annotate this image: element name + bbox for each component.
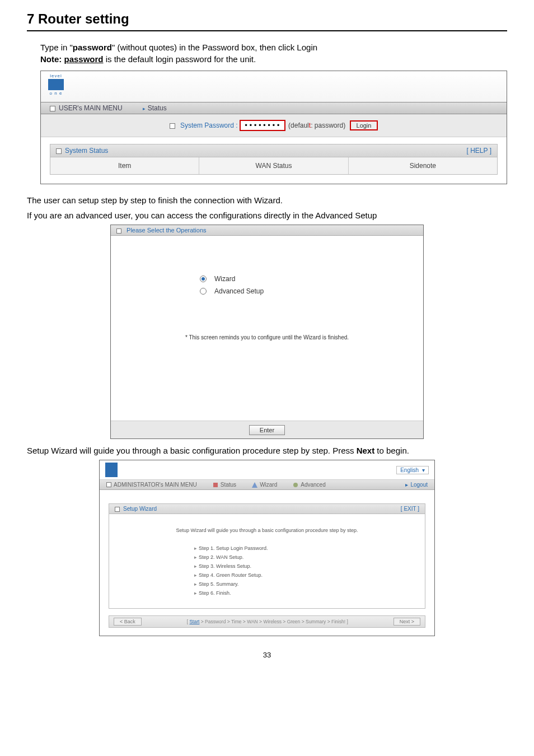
menu-wizard[interactable]: Wizard [252,482,277,488]
logo-block-icon [48,79,64,90]
caret-right-icon: ▸ [194,545,197,551]
logo-header: level o n e [41,71,507,102]
radio-advanced-label: Advanced Setup [214,287,264,295]
step-item: ▸Step 1. Setup Login Password. [194,545,340,551]
back-button[interactable]: < Back [114,618,142,626]
square-bullet-icon [106,482,111,487]
advanced-icon [293,482,298,488]
breadcrumb: [ Start > Password > Time > WAN > Wirele… [187,619,348,624]
col-sidenote: Sidenote [349,157,497,174]
page-heading: 7 Router setting [27,11,507,27]
heading-rule [27,30,507,31]
logo-text-top: level [50,73,62,78]
square-bullet-icon [115,507,120,512]
setup-wizard-panel: Setup Wizard [ EXIT ] Setup Wizard will … [109,503,425,609]
menu-logout[interactable]: ▸ Logout [405,482,428,488]
intro-block: Type in "password" (without quotes) in t… [40,41,507,65]
square-bullet-icon [56,148,62,154]
next-word: Next [357,446,375,455]
system-status-panel: System Status [ HELP ] Item WAN Status S… [50,144,498,175]
login-button[interactable]: Login [350,120,378,130]
status-header-row: Item WAN Status Sidenote [50,157,497,174]
password-input[interactable]: •••••••• [240,120,285,131]
menu-user-main[interactable]: USER's MAIN MENU [50,104,123,112]
exit-link[interactable]: [ EXIT ] [401,506,419,512]
radio-wizard[interactable] [200,276,207,282]
logo-text-bottom: o n e [50,91,63,96]
wizard-reminder-note: * This screen reminds you to configure u… [111,334,423,340]
body-text: Setup Wizard will guide you through a ba… [27,445,507,456]
intro-text: is the default login password for the un… [104,54,256,64]
status-icon [213,482,218,488]
svg-marker-1 [252,482,257,488]
operation-radio-group: Wizard Advanced Setup [200,275,334,295]
menu-admin-main[interactable]: ADMINISTRATOR's MAIN MENU [106,482,197,488]
body-text: The user can setup step by step to finis… [27,194,507,206]
col-item: Item [50,157,199,174]
caret-right-icon: ▸ [194,563,197,569]
brand-logo: level o n e [46,73,65,96]
caret-right-icon: ▸ [405,482,408,488]
intro-text: " (without quotes) in the Password box, … [112,43,317,52]
intro-text: Type in " [40,43,73,52]
breadcrumb-start[interactable]: Start [189,619,199,624]
screenshot-setup-wizard: English ▾ ADMINISTRATOR's MAIN MENU Stat… [99,460,435,636]
menu-status[interactable]: Status [213,482,236,488]
radio-wizard-label: Wizard [214,275,235,283]
intro-password-word: password [73,43,112,52]
next-button[interactable]: Next > [394,618,420,626]
body-text: If you are an advanced user, you can acc… [27,209,507,221]
caret-right-icon: ▸ [143,106,146,111]
screenshot-select-operations: Please Select the Operations Wizard Adva… [110,225,424,439]
menu-advanced[interactable]: Advanced [293,482,325,488]
help-link[interactable]: [ HELP ] [467,147,491,155]
step-item: ▸Step 4. Green Router Setup. [194,572,340,578]
step-item: ▸Step 2. WAN Setup. [194,554,340,560]
setup-wizard-title: Setup Wizard [123,506,157,512]
caret-right-icon: ▸ [194,581,197,587]
radio-advanced-setup[interactable] [200,288,207,295]
square-bullet-icon [116,228,121,234]
menu-status[interactable]: ▸Status [143,104,167,112]
step-item: ▸Step 6. Finish. [194,590,340,596]
step-item: ▸Step 5. Summary. [194,581,340,587]
wizard-intro-text: Setup Wizard will guide you through a ba… [109,528,425,533]
top-bar: English ▾ [100,460,434,480]
wizard-footer: < Back [ Start > Password > Time > WAN >… [109,615,425,628]
caret-right-icon: ▸ [194,590,197,596]
chevron-down-icon: ▾ [422,467,425,473]
svg-point-2 [293,483,298,487]
system-password-label: System Password : [180,122,238,129]
wizard-steps-list: ▸Step 1. Setup Login Password. ▸Step 2. … [194,545,340,596]
password-row: System Password : •••••••• (default: pas… [41,114,507,137]
square-bullet-icon [50,106,55,111]
system-status-title: System Status [65,147,108,155]
note-label: Note: [40,54,64,64]
enter-button[interactable]: Enter [249,425,285,435]
caret-right-icon: ▸ [194,572,197,578]
brand-logo-small [105,463,118,477]
screenshot-login: level o n e USER's MAIN MENU ▸Status Sys… [40,71,507,184]
col-wan-status: WAN Status [199,157,348,174]
admin-menu-bar: ADMINISTRATOR's MAIN MENU Status Wizard … [100,480,434,490]
language-select[interactable]: English ▾ [396,466,429,474]
select-operations-title: Please Select the Operations [127,227,206,234]
default-hint: (default: password) [288,122,345,129]
page-number: 33 [27,651,507,659]
step-item: ▸Step 3. Wireless Setup. [194,563,340,569]
main-menu-bar: USER's MAIN MENU ▸Status [41,102,507,114]
wizard-icon [252,482,257,488]
button-bar: Enter [111,421,423,438]
square-bullet-icon [170,123,175,129]
caret-right-icon: ▸ [194,554,197,560]
svg-rect-0 [213,483,218,487]
note-password-word: password [64,54,104,64]
